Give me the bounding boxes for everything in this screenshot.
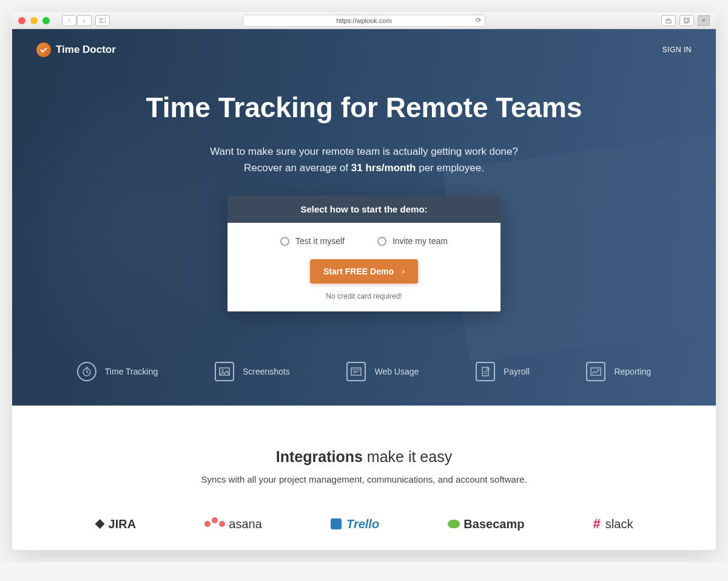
chevron-right-icon: › bbox=[402, 267, 405, 276]
browser-titlebar: ‹ › https://wplook.com ⟳ + bbox=[12, 12, 716, 29]
start-demo-button[interactable]: Start FREE Demo › bbox=[310, 259, 418, 284]
asana-dots-icon bbox=[204, 521, 225, 527]
tabs-icon[interactable] bbox=[679, 15, 694, 26]
radio-label: Test it myself bbox=[295, 236, 345, 246]
chart-icon bbox=[586, 362, 605, 381]
trello-logo[interactable]: Trello bbox=[331, 517, 379, 531]
maximize-window-icon[interactable] bbox=[42, 17, 50, 24]
forward-button[interactable]: › bbox=[77, 15, 92, 26]
feature-label: Payroll bbox=[504, 367, 530, 376]
slack-logo[interactable]: slack bbox=[593, 516, 633, 532]
payroll-icon: $ bbox=[476, 362, 495, 381]
feature-reporting[interactable]: Reporting bbox=[586, 362, 651, 381]
sidebar-toggle-icon[interactable] bbox=[95, 15, 110, 26]
window-controls bbox=[18, 17, 50, 24]
subtitle-bold: 31 hrs/month bbox=[351, 162, 416, 174]
subtitle-line2-pre: Recover an average of bbox=[244, 162, 351, 174]
svg-line-7 bbox=[87, 372, 89, 373]
integrations-title: Integrations make it easy bbox=[36, 448, 692, 466]
clock-check-icon bbox=[36, 42, 51, 57]
cta-label: Start FREE Demo bbox=[323, 267, 394, 276]
hero-subtitle: Want to make sure your remote team is ac… bbox=[12, 143, 716, 176]
radio-icon bbox=[377, 237, 386, 246]
image-icon bbox=[215, 362, 234, 381]
sign-in-link[interactable]: SIGN IN bbox=[662, 46, 692, 54]
subtitle-line2-post: per employee. bbox=[416, 162, 484, 174]
title-bold: Integrations bbox=[276, 448, 363, 465]
integration-logos: JIRA asana Trello Basecamp slack bbox=[36, 516, 692, 544]
brand-name: Time Doctor bbox=[56, 44, 116, 56]
jira-logo[interactable]: JIRA bbox=[95, 517, 136, 531]
radio-test-myself[interactable]: Test it myself bbox=[280, 236, 345, 246]
asana-logo[interactable]: asana bbox=[204, 517, 262, 531]
site-header: Time Doctor SIGN IN bbox=[12, 29, 716, 57]
features-row: Time Tracking Screenshots Web Usage $ Pa… bbox=[12, 362, 716, 381]
subtitle-line1: Want to make sure your remote team is ac… bbox=[210, 146, 518, 157]
hero-title: Time Tracking for Remote Teams bbox=[12, 91, 716, 124]
address-bar[interactable]: https://wplook.com ⟳ bbox=[243, 15, 485, 27]
svg-point-10 bbox=[221, 370, 223, 372]
svg-rect-4 bbox=[685, 18, 689, 22]
radio-label: Invite my team bbox=[393, 236, 448, 246]
browser-icon bbox=[346, 362, 366, 381]
radio-icon bbox=[280, 237, 289, 246]
feature-label: Screenshots bbox=[243, 367, 290, 376]
basecamp-logo[interactable]: Basecamp bbox=[448, 517, 524, 531]
radio-invite-team[interactable]: Invite my team bbox=[377, 236, 448, 246]
svg-rect-20 bbox=[591, 368, 601, 375]
hero-content: Time Tracking for Remote Teams Want to m… bbox=[12, 57, 716, 311]
feature-label: Time Tracking bbox=[105, 367, 158, 376]
share-icon[interactable] bbox=[661, 15, 676, 26]
card-heading: Select how to start the demo: bbox=[228, 195, 500, 223]
feature-label: Reporting bbox=[614, 367, 651, 376]
new-tab-button[interactable]: + bbox=[698, 15, 710, 26]
radio-group: Test it myself Invite my team bbox=[240, 236, 488, 246]
close-window-icon[interactable] bbox=[18, 17, 25, 24]
feature-screenshots[interactable]: Screenshots bbox=[215, 362, 290, 381]
hero-section: Time Doctor SIGN IN Time Tracking for Re… bbox=[12, 29, 716, 406]
feature-time-tracking[interactable]: Time Tracking bbox=[77, 362, 158, 381]
integrations-subtitle: Syncs with all your project management, … bbox=[36, 474, 692, 484]
integrations-section: Integrations make it easy Syncs with all… bbox=[12, 406, 716, 550]
nav-buttons: ‹ › bbox=[62, 15, 92, 26]
feature-web-usage[interactable]: Web Usage bbox=[346, 362, 419, 381]
url-text: https://wplook.com bbox=[336, 17, 391, 24]
reload-icon[interactable]: ⟳ bbox=[476, 16, 481, 24]
svg-rect-3 bbox=[684, 19, 688, 23]
toolbar-right: + bbox=[661, 15, 710, 26]
demo-card: Select how to start the demo: Test it my… bbox=[228, 195, 500, 311]
no-credit-card-note: No credit card required! bbox=[240, 292, 488, 301]
stopwatch-icon bbox=[77, 362, 96, 381]
title-light: make it easy bbox=[363, 448, 452, 465]
card-body: Test it myself Invite my team Start FREE… bbox=[228, 223, 500, 311]
browser-window: ‹ › https://wplook.com ⟳ + Time Doct bbox=[12, 12, 716, 550]
feature-payroll[interactable]: $ Payroll bbox=[476, 362, 530, 381]
back-button[interactable]: ‹ bbox=[62, 15, 76, 26]
feature-label: Web Usage bbox=[374, 367, 419, 376]
svg-rect-0 bbox=[99, 18, 106, 23]
minimize-window-icon[interactable] bbox=[30, 17, 38, 24]
logo[interactable]: Time Doctor bbox=[36, 42, 116, 57]
